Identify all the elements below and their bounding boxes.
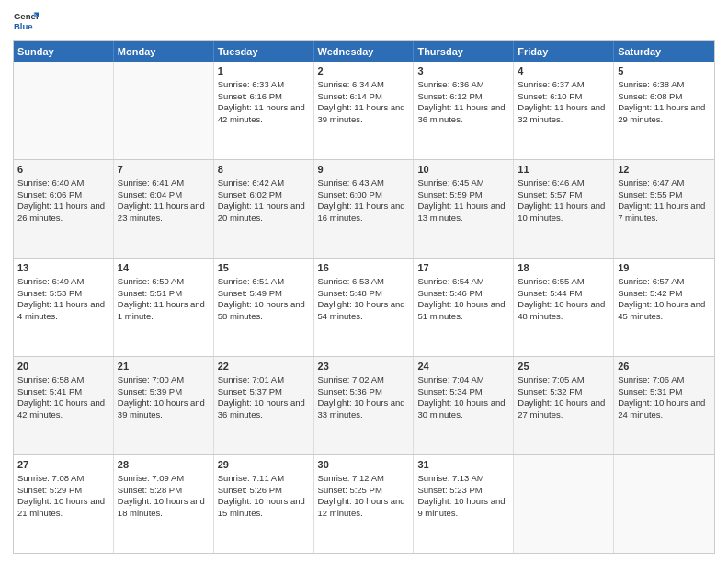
sunset-text: Sunset: 5:32 PM xyxy=(518,386,609,398)
calendar-cell: 8Sunrise: 6:42 AMSunset: 6:02 PMDaylight… xyxy=(214,160,314,258)
calendar-page: General Blue SundayMondayTuesdayWednesda… xyxy=(0,0,728,563)
daylight-text: Daylight: 10 hours and 39 minutes. xyxy=(118,397,210,421)
calendar-cell: 21Sunrise: 7:00 AMSunset: 5:39 PMDayligh… xyxy=(114,357,214,454)
sunset-text: Sunset: 5:44 PM xyxy=(518,288,609,300)
daylight-text: Daylight: 11 hours and 4 minutes. xyxy=(17,299,109,323)
calendar-week-5: 27Sunrise: 7:08 AMSunset: 5:29 PMDayligh… xyxy=(14,454,714,553)
sunrise-text: Sunrise: 6:33 AM xyxy=(218,79,310,91)
day-number: 21 xyxy=(118,360,210,373)
sunrise-text: Sunrise: 6:49 AM xyxy=(17,276,109,288)
day-number: 29 xyxy=(218,458,310,472)
sunrise-text: Sunrise: 6:45 AM xyxy=(417,178,509,190)
calendar-week-4: 20Sunrise: 6:58 AMSunset: 5:41 PMDayligh… xyxy=(14,356,714,454)
sunrise-text: Sunrise: 6:53 AM xyxy=(318,276,410,288)
calendar-cell: 4Sunrise: 6:37 AMSunset: 6:10 PMDaylight… xyxy=(514,62,614,159)
daylight-text: Daylight: 10 hours and 30 minutes. xyxy=(417,397,509,421)
day-number: 24 xyxy=(417,360,509,373)
calendar-cell: 30Sunrise: 7:12 AMSunset: 5:25 PMDayligh… xyxy=(314,455,415,553)
calendar-cell xyxy=(14,62,114,159)
day-number: 20 xyxy=(17,360,109,373)
sunset-text: Sunset: 5:41 PM xyxy=(17,386,109,398)
sunrise-text: Sunrise: 6:41 AM xyxy=(118,178,210,190)
day-number: 25 xyxy=(518,360,609,373)
sunset-text: Sunset: 5:55 PM xyxy=(618,190,711,201)
calendar-cell: 10Sunrise: 6:45 AMSunset: 5:59 PMDayligh… xyxy=(414,160,514,258)
sunrise-text: Sunrise: 6:57 AM xyxy=(618,276,711,288)
daylight-text: Daylight: 10 hours and 9 minutes. xyxy=(417,496,509,520)
sunset-text: Sunset: 5:46 PM xyxy=(417,288,509,300)
day-number: 10 xyxy=(417,163,509,177)
sunset-text: Sunset: 5:26 PM xyxy=(218,485,310,497)
day-number: 26 xyxy=(618,360,711,373)
calendar-cell: 19Sunrise: 6:57 AMSunset: 5:42 PMDayligh… xyxy=(614,259,714,356)
calendar-week-1: 1Sunrise: 6:33 AMSunset: 6:16 PMDaylight… xyxy=(14,62,714,159)
calendar-cell: 1Sunrise: 6:33 AMSunset: 6:16 PMDaylight… xyxy=(214,62,314,159)
logo-icon: General Blue xyxy=(13,9,39,35)
sunset-text: Sunset: 5:36 PM xyxy=(318,386,410,398)
daylight-text: Daylight: 11 hours and 10 minutes. xyxy=(518,201,609,224)
sunset-text: Sunset: 6:02 PM xyxy=(218,190,310,201)
calendar-cell: 27Sunrise: 7:08 AMSunset: 5:29 PMDayligh… xyxy=(14,455,114,553)
day-number: 11 xyxy=(518,163,609,177)
day-number: 5 xyxy=(618,64,711,78)
calendar-cell: 11Sunrise: 6:46 AMSunset: 5:57 PMDayligh… xyxy=(514,160,614,258)
day-number: 2 xyxy=(318,64,410,78)
sunset-text: Sunset: 5:37 PM xyxy=(218,386,310,398)
sunset-text: Sunset: 5:49 PM xyxy=(218,288,310,300)
sunrise-text: Sunrise: 7:06 AM xyxy=(618,374,711,386)
calendar-cell: 12Sunrise: 6:47 AMSunset: 5:55 PMDayligh… xyxy=(614,160,714,258)
sunset-text: Sunset: 6:10 PM xyxy=(518,91,609,103)
sunset-text: Sunset: 5:42 PM xyxy=(618,288,711,300)
sunset-text: Sunset: 5:28 PM xyxy=(118,485,210,497)
sunset-text: Sunset: 6:00 PM xyxy=(318,190,410,201)
daylight-text: Daylight: 10 hours and 54 minutes. xyxy=(318,299,410,323)
sunrise-text: Sunrise: 7:01 AM xyxy=(218,374,310,386)
day-number: 1 xyxy=(218,64,310,78)
sunrise-text: Sunrise: 6:47 AM xyxy=(618,178,711,190)
day-number: 9 xyxy=(318,163,410,177)
sunrise-text: Sunrise: 6:36 AM xyxy=(417,79,509,91)
daylight-text: Daylight: 10 hours and 36 minutes. xyxy=(218,397,310,421)
sunrise-text: Sunrise: 7:00 AM xyxy=(118,374,210,386)
sunrise-text: Sunrise: 6:42 AM xyxy=(218,178,310,190)
calendar-cell: 13Sunrise: 6:49 AMSunset: 5:53 PMDayligh… xyxy=(14,259,114,356)
daylight-text: Daylight: 11 hours and 20 minutes. xyxy=(218,201,310,224)
sunrise-text: Sunrise: 7:13 AM xyxy=(417,473,509,485)
sunset-text: Sunset: 6:16 PM xyxy=(218,91,310,103)
calendar-week-2: 6Sunrise: 6:40 AMSunset: 6:06 PMDaylight… xyxy=(14,159,714,258)
sunset-text: Sunset: 6:14 PM xyxy=(318,91,410,103)
daylight-text: Daylight: 11 hours and 26 minutes. xyxy=(17,201,109,224)
day-number: 6 xyxy=(17,163,109,177)
calendar-cell: 2Sunrise: 6:34 AMSunset: 6:14 PMDaylight… xyxy=(314,62,415,159)
day-number: 17 xyxy=(417,261,509,275)
day-number: 8 xyxy=(218,163,310,177)
sunset-text: Sunset: 6:06 PM xyxy=(17,190,109,201)
weekday-header-saturday: Saturday xyxy=(614,41,714,62)
sunset-text: Sunset: 5:34 PM xyxy=(417,386,509,398)
daylight-text: Daylight: 10 hours and 48 minutes. xyxy=(518,299,609,323)
sunset-text: Sunset: 5:23 PM xyxy=(417,485,509,497)
calendar-cell xyxy=(514,455,614,553)
page-header: General Blue xyxy=(13,9,715,35)
logo: General Blue xyxy=(13,9,39,35)
day-number: 18 xyxy=(518,261,609,275)
sunset-text: Sunset: 5:29 PM xyxy=(17,485,109,497)
calendar-body: 1Sunrise: 6:33 AMSunset: 6:16 PMDaylight… xyxy=(14,62,714,553)
sunset-text: Sunset: 6:04 PM xyxy=(118,190,210,201)
sunset-text: Sunset: 5:59 PM xyxy=(417,190,509,201)
weekday-header-friday: Friday xyxy=(514,41,614,62)
sunset-text: Sunset: 5:57 PM xyxy=(518,190,609,201)
daylight-text: Daylight: 11 hours and 13 minutes. xyxy=(417,201,509,224)
calendar-week-3: 13Sunrise: 6:49 AMSunset: 5:53 PMDayligh… xyxy=(14,258,714,356)
calendar-cell: 7Sunrise: 6:41 AMSunset: 6:04 PMDaylight… xyxy=(114,160,214,258)
sunrise-text: Sunrise: 6:34 AM xyxy=(318,79,410,91)
calendar-cell: 31Sunrise: 7:13 AMSunset: 5:23 PMDayligh… xyxy=(414,455,514,553)
day-number: 3 xyxy=(417,64,509,78)
weekday-header-tuesday: Tuesday xyxy=(214,41,314,62)
calendar-cell: 25Sunrise: 7:05 AMSunset: 5:32 PMDayligh… xyxy=(514,357,614,454)
sunrise-text: Sunrise: 7:05 AM xyxy=(518,374,609,386)
calendar-cell xyxy=(614,455,714,553)
daylight-text: Daylight: 11 hours and 7 minutes. xyxy=(618,201,711,224)
day-number: 27 xyxy=(17,458,109,472)
sunset-text: Sunset: 5:48 PM xyxy=(318,288,410,300)
